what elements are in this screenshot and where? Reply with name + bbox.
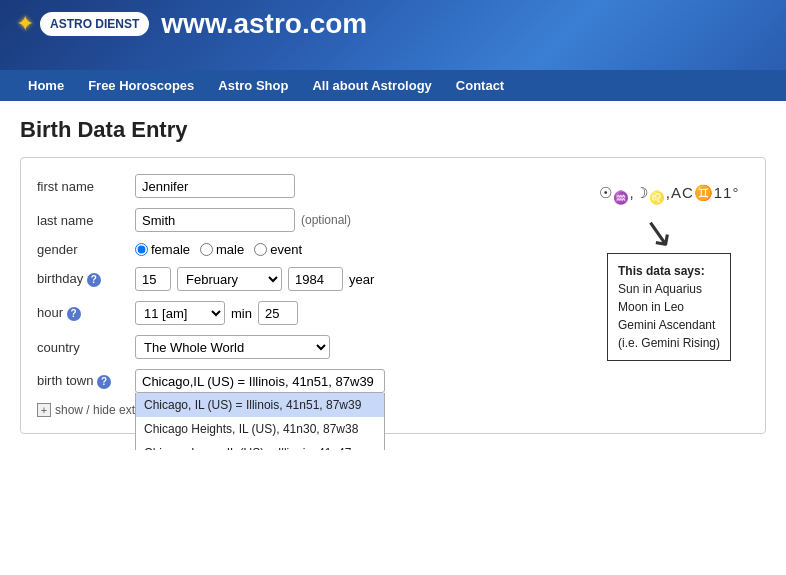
curve-arrow-icon: ↙	[640, 211, 678, 254]
last-name-row: last name (optional)	[37, 208, 569, 232]
data-says-line-3: (i.e. Gemini Rising)	[618, 334, 720, 352]
gender-female-radio[interactable]	[135, 243, 148, 256]
data-says-line-1: Moon in Leo	[618, 298, 720, 316]
first-name-row: first name	[37, 174, 569, 198]
autocomplete-item-1[interactable]: Chicago Heights, IL (US), 41n30, 87w38	[136, 417, 384, 441]
birth-town-container: Chicago, IL (US) = Illinois, 41n51, 87w3…	[135, 369, 385, 393]
data-says-line-2: Gemini Ascendant	[618, 316, 720, 334]
autocomplete-item-0[interactable]: Chicago, IL (US) = Illinois, 41n51, 87w3…	[136, 393, 384, 417]
nav-astro-shop[interactable]: Astro Shop	[206, 70, 300, 101]
gender-male-radio[interactable]	[200, 243, 213, 256]
min-label: min	[231, 306, 252, 321]
gender-row: gender female male event	[37, 242, 569, 257]
header: ✦ ASTRO DIENST www.astro.com	[0, 0, 786, 70]
birthday-year-input[interactable]	[288, 267, 343, 291]
gender-male-label: male	[216, 242, 244, 257]
nav-all-about-astrology[interactable]: All about Astrology	[300, 70, 443, 101]
page-title: Birth Data Entry	[20, 117, 766, 143]
data-says-line-0: Sun in Aquarius	[618, 280, 720, 298]
main-nav: Home Free Horoscopes Astro Shop All abou…	[0, 70, 786, 101]
nav-home[interactable]: Home	[16, 70, 76, 101]
data-says-box: This data says: Sun in Aquarius Moon in …	[607, 253, 731, 361]
gender-label: gender	[37, 242, 127, 257]
form-right: ☉♒,☽♌,AC♊11° ↙ This data says: Sun in Aq…	[589, 174, 749, 417]
last-name-fields: (optional)	[135, 208, 351, 232]
form-layout: first name last name (optional) gender	[37, 174, 749, 417]
logo-container: ✦ ASTRO DIENST	[16, 12, 149, 36]
last-name-label: last name	[37, 213, 127, 228]
birth-town-input[interactable]	[135, 369, 385, 393]
birthday-row: birthday ? January February March April …	[37, 267, 569, 291]
form-card: first name last name (optional) gender	[20, 157, 766, 434]
last-name-input[interactable]	[135, 208, 295, 232]
first-name-input[interactable]	[135, 174, 295, 198]
birthday-month-select[interactable]: January February March April May June Ju…	[177, 267, 282, 291]
hour-fields: 0 [am] 1 [am] 2 [am] 3 [am] 4 [am] 5 [am…	[135, 301, 298, 325]
year-label: year	[349, 272, 374, 287]
logo-badge: ASTRO DIENST	[40, 12, 149, 36]
birthday-fields: January February March April May June Ju…	[135, 267, 374, 291]
birth-town-help-icon[interactable]: ?	[97, 375, 111, 389]
site-url: www.astro.com	[161, 8, 367, 40]
hour-help-icon[interactable]: ?	[67, 307, 81, 321]
gender-female-label: female	[151, 242, 190, 257]
form-left: first name last name (optional) gender	[37, 174, 569, 417]
first-name-fields	[135, 174, 295, 198]
expand-icon: +	[37, 403, 51, 417]
astro-star-icon: ✦	[16, 13, 34, 35]
birthday-label: birthday ?	[37, 271, 127, 287]
autocomplete-item-2[interactable]: Chicago Lawn, IL (US) = Illinois, 41n47,…	[136, 441, 384, 450]
birth-town-label: birth town ?	[37, 369, 127, 389]
country-row: country The Whole World	[37, 335, 569, 359]
gender-event-radio[interactable]	[254, 243, 267, 256]
hour-select[interactable]: 0 [am] 1 [am] 2 [am] 3 [am] 4 [am] 5 [am…	[135, 301, 225, 325]
optional-text: (optional)	[301, 213, 351, 227]
min-input[interactable]	[258, 301, 298, 325]
birthday-help-icon[interactable]: ?	[87, 273, 101, 287]
country-select[interactable]: The Whole World	[135, 335, 330, 359]
nav-contact[interactable]: Contact	[444, 70, 516, 101]
gender-event-option[interactable]: event	[254, 242, 302, 257]
autocomplete-dropdown: Chicago, IL (US) = Illinois, 41n51, 87w3…	[135, 393, 385, 450]
astro-symbols: ☉♒,☽♌,AC♊11°	[599, 184, 740, 205]
gender-male-option[interactable]: male	[200, 242, 244, 257]
first-name-label: first name	[37, 179, 127, 194]
birth-town-row: birth town ? Chicago, IL (US) = Illinois…	[37, 369, 569, 393]
hour-row: hour ? 0 [am] 1 [am] 2 [am] 3 [am] 4 [am…	[37, 301, 569, 325]
gender-female-option[interactable]: female	[135, 242, 190, 257]
country-label: country	[37, 340, 127, 355]
birthday-day-input[interactable]	[135, 267, 171, 291]
country-fields: The Whole World	[135, 335, 330, 359]
nav-free-horoscopes[interactable]: Free Horoscopes	[76, 70, 206, 101]
gender-event-label: event	[270, 242, 302, 257]
logo-text: ASTRO DIENST	[50, 17, 139, 31]
gender-fields: female male event	[135, 242, 302, 257]
data-says-title: This data says:	[618, 262, 720, 280]
page-content: Birth Data Entry first name last name (o…	[0, 101, 786, 450]
hour-label: hour ?	[37, 305, 127, 321]
